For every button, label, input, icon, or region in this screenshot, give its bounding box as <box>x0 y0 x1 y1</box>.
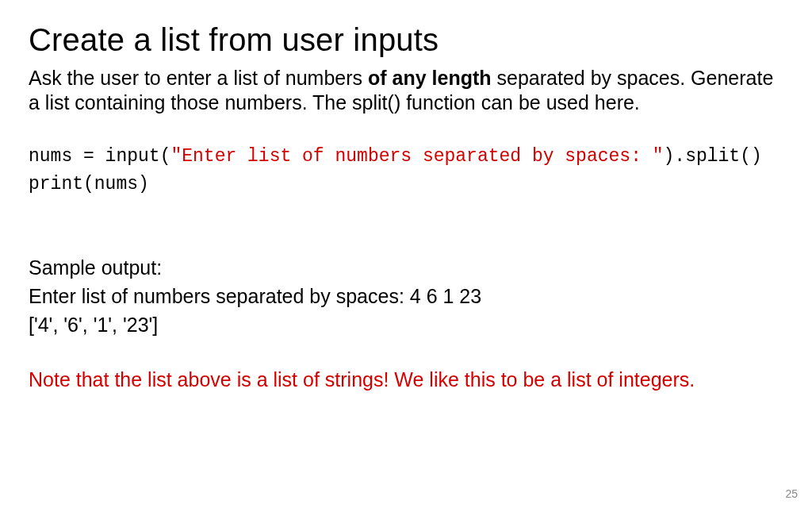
sample-line-1: Enter list of numbers separated by space… <box>29 282 783 310</box>
description-paragraph: Ask the user to enter a list of numbers … <box>29 66 783 116</box>
code-block: nums = input("Enter list of numbers sepa… <box>29 143 783 199</box>
code-line1-pre: nums = input( <box>29 146 170 167</box>
code-string-literal: "Enter list of numbers separated by spac… <box>170 146 663 167</box>
page-number: 25 <box>785 487 798 500</box>
sample-line-2: ['4', '6', '1', '23'] <box>29 310 783 339</box>
desc-text-1: Ask the user to enter a list of numbers <box>29 67 368 89</box>
code-line1-post: ).split() <box>664 146 762 167</box>
note-text: Note that the list above is a list of st… <box>29 367 783 393</box>
code-line2: print(nums) <box>29 174 149 194</box>
sample-output-block: Sample output: Enter list of numbers sep… <box>29 253 783 340</box>
desc-bold: of any length <box>368 67 492 89</box>
slide-title: Create a list from user inputs <box>29 22 783 58</box>
slide: Create a list from user inputs Ask the u… <box>0 0 812 508</box>
sample-label: Sample output: <box>29 253 783 282</box>
